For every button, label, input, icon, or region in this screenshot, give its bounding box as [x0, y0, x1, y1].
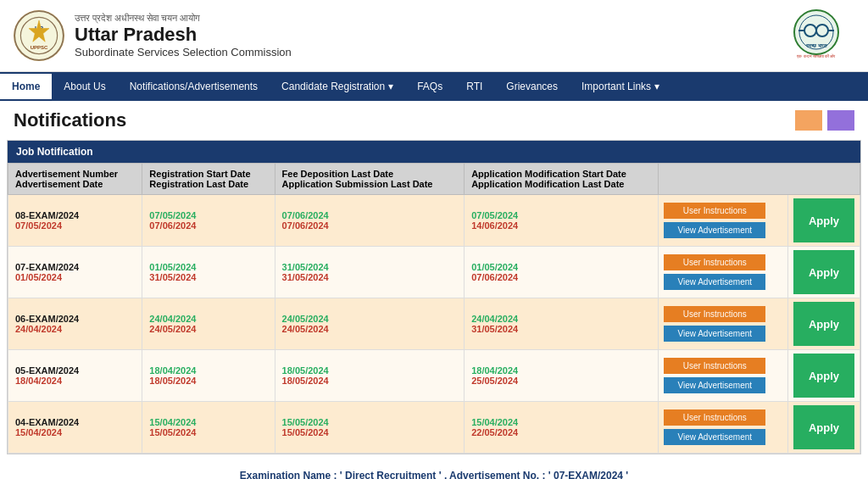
- table-header-bar: Job Notification: [8, 141, 860, 163]
- table-row: 05-EXAM/2024 18/04/2024 18/04/2024 18/05…: [8, 350, 860, 402]
- dropdown-icon: ▾: [388, 81, 393, 92]
- reg-date-cell: 24/04/2024 24/05/2024: [142, 298, 275, 350]
- apply-cell: Apply: [787, 402, 860, 454]
- apply-cell: Apply: [787, 298, 860, 350]
- mod-date-cell: 18/04/2024 25/05/2024: [465, 350, 659, 402]
- orange-btn[interactable]: [795, 110, 822, 131]
- table-row: 08-EXAM/2024 07/05/2024 07/05/2024 07/06…: [8, 195, 860, 247]
- col-fee-date: Fee Deposition Last Date Application Sub…: [275, 164, 465, 195]
- view-advertisement-button[interactable]: View Advertisement: [664, 377, 765, 393]
- org-line1: उत्तर प्रदेश अधीनस्थ सेवा चयन आयोग: [75, 13, 292, 24]
- nav-important-links[interactable]: Important Links ▾: [570, 74, 671, 99]
- apply-button[interactable]: Apply: [793, 250, 854, 294]
- view-advertisement-button[interactable]: View Advertisement: [664, 429, 765, 445]
- col-mod-date: Application Modification Start Date Appl…: [465, 164, 659, 195]
- notifications-table: Advertisement Number Advertisement Date …: [8, 163, 860, 454]
- header-left: UP UPPSC उत्तर प्रदेश अधीनस्थ सेवा चयन आ…: [14, 10, 292, 61]
- bottom-info: Examination Name : ' Direct Recruitment …: [7, 461, 861, 479]
- adv-num-cell: 06-EXAM/2024 24/04/2024: [8, 298, 142, 350]
- reg-date-cell: 18/04/2024 18/05/2024: [142, 350, 275, 402]
- nav-candidate-reg[interactable]: Candidate Registration ▾: [270, 74, 405, 99]
- table-header-row: Advertisement Number Advertisement Date …: [8, 164, 860, 195]
- fee-date-cell: 31/05/2024 31/05/2024: [275, 247, 465, 298]
- mod-date-cell: 24/04/2024 31/05/2024: [465, 298, 659, 350]
- table-body: 08-EXAM/2024 07/05/2024 07/05/2024 07/06…: [8, 195, 860, 454]
- col-adv-number: Advertisement Number Advertisement Date: [8, 164, 142, 195]
- action-buttons-cell: User Instructions View Advertisement: [659, 195, 788, 247]
- table-row: 06-EXAM/2024 24/04/2024 24/04/2024 24/05…: [8, 298, 860, 350]
- svg-text:UPPSC: UPPSC: [31, 45, 48, 50]
- brand-area: स्वच्छ भारत एक कदम स्वच्छता की ओर: [778, 7, 854, 64]
- mod-date-cell: 15/04/2024 22/05/2024: [465, 402, 659, 454]
- action-buttons-cell: User Instructions View Advertisement: [659, 247, 788, 298]
- action-buttons-cell: User Instructions View Advertisement: [659, 350, 788, 402]
- svg-text:स्वच्छ भारत: स्वच्छ भारत: [805, 43, 827, 48]
- action-cell: User Instructions View Advertisement: [664, 409, 782, 445]
- user-instructions-button[interactable]: User Instructions: [664, 358, 765, 374]
- purple-btn[interactable]: [827, 110, 854, 131]
- view-advertisement-button[interactable]: View Advertisement: [664, 326, 765, 342]
- action-cell: User Instructions View Advertisement: [664, 203, 782, 238]
- adv-num-cell: 08-EXAM/2024 07/05/2024: [8, 195, 142, 247]
- fee-date-cell: 24/05/2024 24/05/2024: [275, 298, 465, 350]
- apply-button[interactable]: Apply: [793, 198, 854, 242]
- org-name: Uttar Pradesh: [75, 24, 292, 46]
- mod-date-cell: 07/05/2024 14/06/2024: [465, 195, 659, 247]
- apply-cell: Apply: [787, 195, 860, 247]
- col-actions: [659, 164, 860, 195]
- table-row: 04-EXAM/2024 15/04/2024 15/04/2024 15/05…: [8, 402, 860, 454]
- title-buttons: [795, 110, 854, 131]
- fee-date-cell: 15/05/2024 15/05/2024: [275, 402, 465, 454]
- table-section: Job Notification Advertisement Number Ad…: [7, 140, 861, 454]
- action-cell: User Instructions View Advertisement: [664, 306, 782, 342]
- apply-button[interactable]: Apply: [793, 354, 854, 398]
- fee-date-cell: 18/05/2024 18/05/2024: [275, 350, 465, 402]
- nav-about[interactable]: About Us: [52, 74, 117, 99]
- apply-button[interactable]: Apply: [793, 405, 854, 449]
- action-buttons-cell: User Instructions View Advertisement: [659, 298, 788, 350]
- adv-num-cell: 04-EXAM/2024 15/04/2024: [8, 402, 142, 454]
- brand-logo-svg: स्वच्छ भारत एक कदम स्वच्छता की ओर: [778, 7, 854, 62]
- nav-rti[interactable]: RTI: [454, 74, 494, 99]
- reg-date-cell: 01/05/2024 31/05/2024: [142, 247, 275, 298]
- org-subtitle: Subordinate Services Selection Commissio…: [75, 46, 292, 58]
- mod-date-cell: 01/05/2024 07/06/2024: [465, 247, 659, 298]
- dropdown-icon2: ▾: [654, 81, 659, 92]
- nav-notifications[interactable]: Notifications/Advertisements: [118, 74, 270, 99]
- header-text: उत्तर प्रदेश अधीनस्थ सेवा चयन आयोग Uttar…: [75, 13, 292, 58]
- navbar: Home About Us Notifications/Advertisemen…: [0, 72, 868, 101]
- adv-num-cell: 05-EXAM/2024 18/04/2024: [8, 350, 142, 402]
- page-title: Notifications: [14, 109, 126, 131]
- page-title-area: Notifications: [0, 101, 868, 140]
- action-cell: User Instructions View Advertisement: [664, 358, 782, 393]
- col-reg-date: Registration Start Date Registration Las…: [142, 164, 275, 195]
- org-logo: UP UPPSC: [14, 10, 64, 61]
- nav-home[interactable]: Home: [0, 74, 52, 99]
- view-advertisement-button[interactable]: View Advertisement: [664, 222, 765, 238]
- reg-date-cell: 15/04/2024 15/05/2024: [142, 402, 275, 454]
- user-instructions-button[interactable]: User Instructions: [664, 409, 765, 426]
- adv-num-cell: 07-EXAM/2024 01/05/2024: [8, 247, 142, 298]
- apply-button[interactable]: Apply: [793, 302, 854, 346]
- table-row: 07-EXAM/2024 01/05/2024 01/05/2024 31/05…: [8, 247, 860, 298]
- fee-date-cell: 07/06/2024 07/06/2024: [275, 195, 465, 247]
- svg-text:एक कदम स्वच्छता की ओर: एक कदम स्वच्छता की ओर: [796, 53, 836, 58]
- view-advertisement-button[interactable]: View Advertisement: [664, 274, 765, 290]
- nav-faqs[interactable]: FAQs: [405, 74, 454, 99]
- reg-date-cell: 07/05/2024 07/06/2024: [142, 195, 275, 247]
- apply-cell: Apply: [787, 247, 860, 298]
- exam-name-line: Examination Name : ' Direct Recruitment …: [15, 470, 853, 479]
- apply-cell: Apply: [787, 350, 860, 402]
- action-buttons-cell: User Instructions View Advertisement: [659, 402, 788, 454]
- user-instructions-button[interactable]: User Instructions: [664, 203, 765, 219]
- nav-grievances[interactable]: Grievances: [494, 74, 570, 99]
- action-cell: User Instructions View Advertisement: [664, 254, 782, 290]
- header: UP UPPSC उत्तर प्रदेश अधीनस्थ सेवा चयन आ…: [0, 0, 868, 72]
- user-instructions-button[interactable]: User Instructions: [664, 254, 765, 270]
- user-instructions-button[interactable]: User Instructions: [664, 306, 765, 322]
